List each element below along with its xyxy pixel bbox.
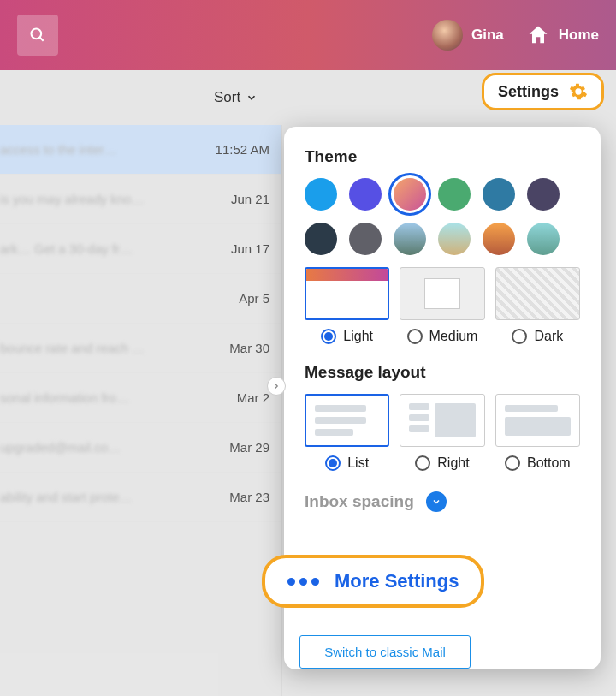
user-name: Gina (471, 27, 504, 44)
mail-list: access to the inter…11:52 AMis you may a… (0, 125, 282, 696)
dots-icon (287, 578, 319, 586)
mail-time: Jun 17 (231, 241, 270, 256)
theme-swatch-green[interactable] (438, 178, 471, 211)
sort-button[interactable]: Sort (214, 89, 258, 106)
search-icon (29, 27, 46, 44)
mail-preview: is you may already kno… (0, 192, 144, 206)
more-settings-button[interactable]: More Settings (262, 555, 484, 608)
settings-label: Settings (498, 83, 559, 101)
chevron-down-icon (246, 92, 258, 104)
theme-swatch-desert[interactable] (483, 223, 515, 255)
mail-row[interactable]: Apr 5 (0, 274, 281, 324)
reading-pane-toggle[interactable] (267, 377, 286, 396)
density-preview-light (305, 267, 389, 320)
chevron-down-icon (431, 497, 441, 507)
more-settings-label: More Settings (335, 570, 459, 592)
svg-point-0 (32, 29, 42, 39)
density-option-dark[interactable]: Dark (495, 267, 580, 344)
density-dark-label: Dark (534, 329, 563, 344)
theme-swatch-row-1 (305, 178, 580, 211)
theme-swatch-teal[interactable] (483, 178, 515, 211)
home-label: Home (559, 27, 599, 44)
radio-icon (505, 455, 520, 471)
mail-preview: access to the inter… (0, 142, 117, 157)
mail-preview: sonal information fro… (0, 390, 129, 405)
theme-swatch-indigo[interactable] (349, 178, 382, 211)
density-row: Light Medium Dark (305, 267, 580, 344)
radio-icon (321, 329, 336, 344)
layout-option-right[interactable]: Right (400, 394, 484, 471)
mail-time: Mar 29 (229, 440, 270, 455)
density-light-label: Light (343, 329, 373, 344)
sort-label: Sort (214, 89, 240, 106)
svg-line-1 (40, 38, 44, 41)
mail-row[interactable]: upgraded@mail.co…Mar 29 (0, 423, 281, 473)
theme-swatch-lake[interactable] (527, 223, 560, 255)
theme-swatch-mountain[interactable] (394, 223, 426, 255)
switch-classic-button[interactable]: Switch to classic Mail (299, 635, 471, 669)
layout-list-label: List (347, 455, 369, 471)
theme-swatch-sunset[interactable] (394, 178, 426, 211)
density-option-light[interactable]: Light (305, 267, 389, 344)
inbox-spacing-label: Inbox spacing (305, 492, 414, 511)
theme-swatch-beach[interactable] (438, 223, 471, 255)
mail-time: 11:52 AM (216, 142, 270, 157)
mail-preview: bounce rate and reach … (0, 341, 145, 355)
inbox-spacing-toggle[interactable]: Inbox spacing (305, 491, 580, 512)
layout-preview-bottom (495, 394, 580, 447)
gear-icon (569, 82, 588, 101)
mail-time: Apr 5 (239, 291, 270, 306)
density-preview-dark (495, 267, 580, 320)
radio-icon (512, 329, 527, 344)
theme-swatch-blue[interactable] (305, 178, 337, 211)
layout-option-list[interactable]: List (305, 394, 389, 471)
layout-right-label: Right (437, 455, 469, 471)
layout-row: List Right Bottom (305, 394, 580, 471)
chevron-right-icon (272, 382, 281, 390)
layout-bottom-label: Bottom (527, 455, 571, 471)
expand-icon (426, 491, 447, 512)
mail-preview: ability and start prote… (0, 490, 132, 504)
header-right: Gina Home (432, 20, 599, 51)
app-header: Gina Home (0, 0, 616, 70)
density-medium-label: Medium (429, 329, 478, 344)
theme-heading: Theme (305, 147, 580, 166)
mail-row[interactable]: is you may already kno…Jun 21 (0, 175, 281, 224)
layout-preview-right (400, 394, 484, 447)
mail-preview: ark… Get a 30-day fr… (0, 241, 133, 256)
theme-swatch-gray[interactable] (349, 223, 382, 255)
mail-preview: upgraded@mail.co… (0, 440, 121, 455)
avatar (432, 20, 463, 51)
mail-row[interactable]: sonal information fro…Mar 2 (0, 373, 281, 423)
theme-swatch-slate[interactable] (305, 223, 337, 255)
layout-heading: Message layout (305, 363, 580, 382)
theme-swatch-row-2 (305, 223, 580, 255)
search-button[interactable] (17, 15, 58, 56)
mail-time: Mar 2 (237, 390, 270, 405)
density-option-medium[interactable]: Medium (400, 267, 484, 344)
mail-time: Mar 23 (229, 490, 270, 504)
mail-row[interactable]: ability and start prote…Mar 23 (0, 473, 281, 522)
mail-row[interactable]: ark… Get a 30-day fr…Jun 17 (0, 224, 281, 274)
home-link[interactable]: Home (526, 23, 599, 47)
mail-row[interactable]: bounce rate and reach …Mar 30 (0, 324, 281, 373)
theme-swatch-plum[interactable] (527, 178, 560, 211)
radio-icon (407, 329, 423, 344)
radio-icon (415, 455, 430, 471)
switch-classic-label: Switch to classic Mail (324, 645, 446, 659)
mail-time: Mar 30 (229, 341, 270, 355)
settings-button[interactable]: Settings (482, 73, 604, 110)
mail-row[interactable]: access to the inter…11:52 AM (0, 125, 281, 175)
layout-option-bottom[interactable]: Bottom (495, 394, 580, 471)
layout-preview-list (305, 394, 389, 447)
mail-time: Jun 21 (231, 192, 270, 206)
density-preview-medium (400, 267, 484, 320)
home-icon (526, 23, 550, 47)
radio-icon (325, 455, 341, 471)
user-menu[interactable]: Gina (432, 20, 504, 51)
